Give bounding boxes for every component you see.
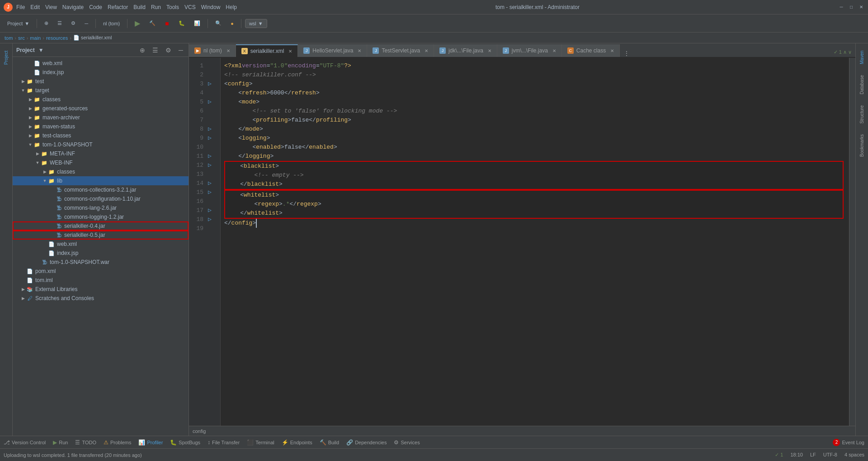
run-config-dropdown[interactable]: nl (tom) bbox=[99, 19, 123, 28]
maximize-button[interactable]: □ bbox=[848, 4, 854, 10]
tree-item-sk05[interactable]: 🗜 serialkiller-0.5.jar bbox=[13, 230, 189, 240]
tree-item-commons-lang[interactable]: 🗜 commons-lang-2.6.jar bbox=[13, 203, 189, 212]
breadcrumb-tom[interactable]: tom bbox=[5, 35, 13, 41]
menu-code[interactable]: Code bbox=[89, 4, 102, 10]
tree-item-classes-1[interactable]: ▶ 📁 classes bbox=[13, 95, 189, 104]
file-transfer-btn[interactable]: ↕ File Transfer bbox=[208, 439, 240, 446]
menu-navigate[interactable]: Navigate bbox=[62, 4, 84, 10]
menu-refactor[interactable]: Refactor bbox=[108, 4, 128, 10]
code-editor[interactable]: <?xml version="1.0" encoding="UTF-8"?> <… bbox=[221, 58, 849, 426]
panel-layout-btn[interactable]: ☰ bbox=[151, 46, 160, 55]
toolbar-sync-btn[interactable]: ⊕ bbox=[41, 19, 52, 28]
dependencies-btn[interactable]: 🔗 Dependencies bbox=[346, 439, 387, 446]
right-tab-bookmarks[interactable]: Bookmarks bbox=[858, 131, 866, 160]
tree-item-generated-sources[interactable]: ▶ 📁 generated-sources bbox=[13, 104, 189, 113]
right-tab-structure[interactable]: Structure bbox=[858, 102, 866, 127]
menu-window[interactable]: Window bbox=[201, 4, 221, 10]
panel-sync-btn[interactable]: ⊕ bbox=[138, 46, 147, 55]
debug-button[interactable]: 🐛 bbox=[175, 19, 189, 28]
terminal-btn[interactable]: ⬛ Terminal bbox=[247, 439, 274, 446]
close-button[interactable]: ✕ bbox=[858, 4, 864, 10]
problems-btn[interactable]: ⚠ Problems bbox=[104, 439, 131, 446]
toolbar-layout-btn[interactable]: ☰ bbox=[54, 19, 66, 28]
tab-close-jvm[interactable]: ✕ bbox=[552, 48, 556, 53]
tab-close-jdk[interactable]: ✕ bbox=[488, 48, 491, 53]
tree-item-classes-2[interactable]: ▶ 📁 classes bbox=[13, 167, 189, 176]
breadcrumb-main[interactable]: main bbox=[30, 35, 41, 41]
editor-checkmark[interactable]: ✓ 1 ∧ ∨ bbox=[830, 47, 855, 57]
tab-jdk-file[interactable]: J jdk\...\File.java ✕ bbox=[434, 44, 497, 57]
toolbar-settings-btn[interactable]: ⚙ bbox=[67, 19, 79, 28]
tree-item-scratches[interactable]: ▶ 🖊 Scratches and Consoles bbox=[13, 294, 189, 303]
toolbar-minus-btn[interactable]: ─ bbox=[81, 19, 92, 28]
run-button[interactable]: ▶ bbox=[131, 17, 144, 29]
spotbugs-btn[interactable]: 🐛 SpotBugs bbox=[170, 439, 200, 446]
tree-item-commons-configuration[interactable]: 🗜 commons-configuration-1.10.jar bbox=[13, 194, 189, 203]
breadcrumb-resources[interactable]: resources bbox=[46, 35, 68, 41]
panel-close-btn[interactable]: ─ bbox=[177, 46, 185, 55]
tree-item-meta-inf[interactable]: ▶ 📁 META-INF bbox=[13, 149, 189, 158]
project-side-tab[interactable]: Project bbox=[2, 47, 10, 68]
menu-help[interactable]: Help bbox=[226, 4, 237, 10]
tab-test-servlet[interactable]: J TestServlet.java ✕ bbox=[367, 44, 434, 57]
todo-btn[interactable]: ☰ TODO bbox=[75, 439, 96, 446]
menu-view[interactable]: View bbox=[45, 4, 57, 10]
menu-tools[interactable]: Tools bbox=[166, 4, 179, 10]
profile-button[interactable]: ● bbox=[227, 19, 237, 28]
tab-nl-tom[interactable]: ▶ nl (tom) ✕ bbox=[189, 44, 236, 57]
tree-item-test-classes[interactable]: ▶ 📁 test-classes bbox=[13, 131, 189, 140]
endpoints-btn[interactable]: ⚡ Endpoints bbox=[282, 439, 312, 446]
tree-item-pom[interactable]: 📄 pom.xml bbox=[13, 267, 189, 276]
tree-item-commons-logging[interactable]: 🗜 commons-logging-1.2.jar bbox=[13, 212, 189, 221]
tab-close-cache[interactable]: ✕ bbox=[610, 48, 614, 53]
tree-item-index-jsp[interactable]: 📄 index.jsp bbox=[13, 68, 189, 77]
coverage-button[interactable]: 📊 bbox=[190, 19, 204, 28]
tree-item-commons-collections[interactable]: 🗜 commons-collections-3.2.1.jar bbox=[13, 185, 189, 194]
tree-item-war[interactable]: 🗜 tom-1.0-SNAPSHOT.war bbox=[13, 258, 189, 267]
more-tabs-btn[interactable]: ⋮ bbox=[620, 50, 633, 57]
tree-item-lib[interactable]: ▼ 📁 lib bbox=[13, 176, 189, 185]
tree-item-target[interactable]: ▼ 📁 target bbox=[13, 86, 189, 95]
tree-item-maven-archiver[interactable]: ▶ 📁 maven-archiver bbox=[13, 113, 189, 122]
right-tab-maven[interactable]: Maven bbox=[858, 47, 866, 68]
run-btn[interactable]: ▶ Run bbox=[53, 439, 68, 446]
tree-item-tom-iml[interactable]: 📄 tom.iml bbox=[13, 276, 189, 285]
tab-cache-class[interactable]: C Cache class ✕ bbox=[562, 44, 620, 57]
event-log-btn[interactable]: 2 Event Log bbox=[833, 439, 864, 446]
right-tab-database[interactable]: Database bbox=[858, 71, 866, 98]
build-button[interactable]: 🔨 bbox=[146, 19, 159, 28]
stop-button[interactable]: ⏹ bbox=[161, 19, 173, 28]
menu-file[interactable]: File bbox=[16, 4, 25, 10]
tab-close-hello[interactable]: ✕ bbox=[358, 48, 361, 53]
tab-close-test[interactable]: ✕ bbox=[425, 48, 428, 53]
breadcrumb-src[interactable]: src bbox=[18, 35, 25, 41]
menu-build[interactable]: Build bbox=[133, 4, 146, 10]
version-control-btn[interactable]: ⎇ Version Control bbox=[4, 439, 46, 446]
tree-item-snapshot[interactable]: ▼ 📁 tom-1.0-SNAPSHOT bbox=[13, 140, 189, 149]
build-btn[interactable]: 🔨 Build bbox=[320, 439, 339, 446]
tree-item-test[interactable]: ▶ 📁 test bbox=[13, 77, 189, 86]
menu-vcs[interactable]: VCS bbox=[184, 4, 196, 10]
project-dropdown[interactable]: Project ▼ bbox=[4, 19, 33, 28]
tree-item-maven-status[interactable]: ▶ 📁 maven-status bbox=[13, 122, 189, 131]
tab-hello-servlet[interactable]: J HelloServlet.java ✕ bbox=[298, 44, 367, 57]
tab-serialkiller-xml[interactable]: X serialkiller.xml ✕ bbox=[236, 44, 298, 57]
services-btn[interactable]: ⚙ Services bbox=[394, 439, 420, 446]
wsl-dropdown[interactable]: wsl ▼ bbox=[245, 19, 267, 28]
search-button[interactable]: 🔍 bbox=[212, 19, 225, 28]
tree-item-web-xml[interactable]: 📄 web.xml bbox=[13, 59, 189, 68]
menu-edit[interactable]: Edit bbox=[30, 4, 40, 10]
editor-vertical-scrollbar[interactable] bbox=[849, 58, 855, 426]
tree-item-web-inf[interactable]: ▼ 📁 WEB-INF bbox=[13, 158, 189, 167]
tab-close-sk[interactable]: ✕ bbox=[288, 49, 292, 54]
tree-item-external-libs[interactable]: ▶ 📚 External Libraries bbox=[13, 285, 189, 294]
tab-close-nl[interactable]: ✕ bbox=[226, 48, 230, 53]
menu-run[interactable]: Run bbox=[151, 4, 161, 10]
minimize-button[interactable]: ─ bbox=[838, 4, 844, 10]
tree-item-web-xml-2[interactable]: 📄 web.xml bbox=[13, 240, 189, 249]
tree-item-index-jsp-2[interactable]: 📄 index.jsp bbox=[13, 249, 189, 258]
breadcrumb-file[interactable]: 📄 serialkiller.xml bbox=[73, 35, 112, 41]
panel-settings-btn[interactable]: ⚙ bbox=[164, 46, 173, 55]
tree-item-sk04[interactable]: 🗜 serialkiller-0.4.jar bbox=[13, 221, 189, 230]
tab-jvm-file[interactable]: J jvm\...\File.java ✕ bbox=[497, 44, 562, 57]
